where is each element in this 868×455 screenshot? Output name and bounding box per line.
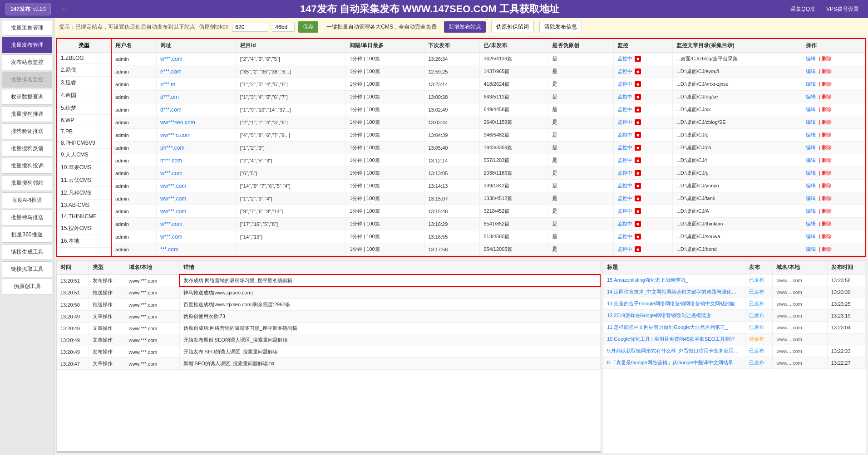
site-url-link[interactable]: ww***seo.com xyxy=(160,119,195,126)
sidebar-item-sogou-feedback[interactable]: 批量搜狗反馈 xyxy=(2,141,52,157)
right-title[interactable]: 9.外商以获取镜网形式有什么样_外贸出口信用卡业务应用软件是必选！ xyxy=(603,345,745,357)
edit-link[interactable]: 编辑 xyxy=(806,145,816,150)
delete-link[interactable]: | 删除 xyxy=(819,107,832,112)
sidebar-item-sogou-complaint[interactable]: 批量搜狗投诉 xyxy=(2,158,52,174)
monitor-stop-btn[interactable]: ■ xyxy=(635,234,641,240)
edit-link[interactable]: 编辑 xyxy=(806,68,816,74)
site-url-link[interactable]: d***.com xyxy=(160,107,182,113)
cell-url[interactable]: ww***.com xyxy=(157,205,237,218)
cell-url[interactable]: w***.com xyxy=(157,218,237,230)
sidebar-item-shenma-push[interactable]: 批量神马推送 xyxy=(2,210,52,225)
monitor-link[interactable]: 监控中 xyxy=(617,119,632,125)
delete-link[interactable]: | 删除 xyxy=(819,183,832,188)
delete-link[interactable]: | 删除 xyxy=(819,208,832,214)
site-url-link[interactable]: x***.m xyxy=(160,81,175,88)
monitor-link[interactable]: 监控中 xyxy=(617,81,632,87)
edit-link[interactable]: 编辑 xyxy=(806,157,816,163)
edit-link[interactable]: 编辑 xyxy=(806,196,816,201)
site-url-link[interactable]: d***.om xyxy=(160,94,179,100)
delete-link[interactable]: | 删除 xyxy=(819,68,832,74)
monitor-link[interactable]: 监控中 xyxy=(617,208,632,214)
monitor-stop-btn[interactable]: ■ xyxy=(635,56,641,62)
type-item-yiyou[interactable]: 2.易优 xyxy=(57,64,111,77)
monitor-link[interactable]: 监控中 xyxy=(617,145,632,150)
sidebar-item-link-generate[interactable]: 链接生成工具 xyxy=(2,244,52,260)
monitor-link[interactable]: 监控中 xyxy=(617,183,632,188)
sidebar-item-batch-collect[interactable]: 批量采集管理 xyxy=(2,20,52,36)
resize-handle[interactable] xyxy=(57,451,601,453)
cell-url[interactable]: ww***io.com xyxy=(157,129,237,142)
monitor-stop-btn[interactable]: ■ xyxy=(635,107,641,113)
token-input[interactable] xyxy=(232,23,268,32)
cell-url[interactable]: d***.om xyxy=(157,91,237,103)
sidebar-item-360-push[interactable]: 批量360推送 xyxy=(2,227,52,243)
site-url-link[interactable]: ww***.com xyxy=(160,196,186,202)
delete-link[interactable]: | 删除 xyxy=(819,56,832,61)
delete-link[interactable]: | 删除 xyxy=(819,246,832,252)
cell-url[interactable]: w***.com xyxy=(157,230,237,243)
monitor-stop-btn[interactable]: ■ xyxy=(635,221,641,227)
edit-link[interactable]: 编辑 xyxy=(806,56,816,61)
site-url-link[interactable]: w***.com xyxy=(160,170,182,176)
monitor-stop-btn[interactable]: ■ xyxy=(635,196,641,201)
monitor-stop-btn[interactable]: ■ xyxy=(635,94,641,100)
site-url-link[interactable]: w***.com xyxy=(160,221,182,227)
token-input2[interactable] xyxy=(272,23,295,32)
cell-url[interactable]: ph***.com xyxy=(157,142,237,154)
type-item-xunrui[interactable]: 3.迅睿 xyxy=(57,77,111,89)
right-title[interactable]: 13.完善的合乎Google网络网络营销网络营销中文网站的验证业务流程 xyxy=(603,298,745,310)
save-button[interactable]: 保存 xyxy=(298,21,318,33)
edit-link[interactable]: 编辑 xyxy=(806,183,816,188)
monitor-link[interactable]: 监控中 xyxy=(617,68,632,74)
monitor-link[interactable]: 监控中 xyxy=(617,170,632,176)
right-title[interactable]: 15.Amazonlisting强化进上加烦琐功_ xyxy=(603,274,745,286)
site-url-link[interactable]: ww***.com xyxy=(160,183,186,189)
monitor-link[interactable]: 监控中 xyxy=(617,94,632,99)
sidebar-item-baidu-api[interactable]: 百度API推送 xyxy=(2,192,52,208)
delete-link[interactable]: | 删除 xyxy=(819,132,832,137)
sidebar-item-publish-monitor[interactable]: 发布站点监控 xyxy=(2,54,52,70)
sidebar-item-sogou-verify[interactable]: 搜狗验证推送 xyxy=(2,123,52,139)
pseudo-keep-button[interactable]: 伪原创保留词 xyxy=(491,21,534,33)
monitor-stop-btn[interactable]: ■ xyxy=(635,119,641,125)
site-url-link[interactable]: ww***.com xyxy=(160,208,186,215)
type-item-thinkcmf[interactable]: 14.THINKCMF xyxy=(57,211,111,222)
type-item-zblog[interactable]: 1.ZBLOG xyxy=(57,53,111,64)
delete-link[interactable]: | 删除 xyxy=(819,94,832,99)
type-item-abcms[interactable]: 13.AB-CMS xyxy=(57,200,111,211)
sidebar-item-sogou-push[interactable]: 批量搜狗推送 xyxy=(2,106,52,122)
edit-link[interactable]: 编辑 xyxy=(806,170,816,176)
site-url-link[interactable]: ph***.com xyxy=(160,145,184,151)
new-site-button[interactable]: 新增发布站点 xyxy=(444,21,486,33)
delete-link[interactable]: | 删除 xyxy=(819,234,832,239)
delete-link[interactable]: | 删除 xyxy=(819,170,832,176)
edit-link[interactable]: 编辑 xyxy=(806,208,816,214)
edit-link[interactable]: 编辑 xyxy=(806,221,816,226)
sidebar-item-sogou-neighbor[interactable]: 批量搜狗邻站 xyxy=(2,175,52,191)
monitor-stop-btn[interactable]: ■ xyxy=(635,68,641,74)
vps-settings-button[interactable]: VPS拨号设置 xyxy=(823,4,863,15)
right-title[interactable]: 14.运网信营技术_中文网站网络营销关键字的难题与强化技术细节 xyxy=(603,286,745,298)
type-item-zhimeng[interactable]: 5.织梦 xyxy=(57,102,111,115)
type-item-apple[interactable]: 10.苹果CMS xyxy=(57,161,111,174)
edit-link[interactable]: 编辑 xyxy=(806,234,816,239)
cell-url[interactable]: ww***seo.com xyxy=(157,116,237,129)
type-item-fanke[interactable]: 12.凡科CMS xyxy=(57,187,111,200)
edit-link[interactable]: 编辑 xyxy=(806,246,816,252)
sidebar-item-link-fetch[interactable]: 链接抓取工具 xyxy=(2,261,52,277)
cell-url[interactable]: ww***.com xyxy=(157,180,237,192)
cell-url[interactable]: ***.com xyxy=(157,243,237,256)
monitor-stop-btn[interactable]: ■ xyxy=(635,170,641,176)
type-item-wp[interactable]: 6.WP xyxy=(57,115,111,126)
monitor-stop-btn[interactable]: ■ xyxy=(635,132,641,138)
monitor-link[interactable]: 监控中 xyxy=(617,221,632,226)
right-title[interactable]: 8.「真量最Google网络营销」从Google中翻译中文网站早已被收录于文本 xyxy=(603,357,745,369)
monitor-link[interactable]: 监控中 xyxy=(617,234,632,239)
type-item-yunyou[interactable]: 11.云优CMS xyxy=(57,174,111,187)
right-title[interactable]: 11.怎样能把中文网站努力做到Google大自然名列第三_ xyxy=(603,322,745,333)
edit-link[interactable]: 编辑 xyxy=(806,94,816,99)
site-url-link[interactable]: ww***io.com xyxy=(160,132,191,138)
monitor-stop-btn[interactable]: ■ xyxy=(635,208,641,214)
site-url-link[interactable]: ***.com xyxy=(160,246,178,253)
monitor-link[interactable]: 监控中 xyxy=(617,246,632,252)
